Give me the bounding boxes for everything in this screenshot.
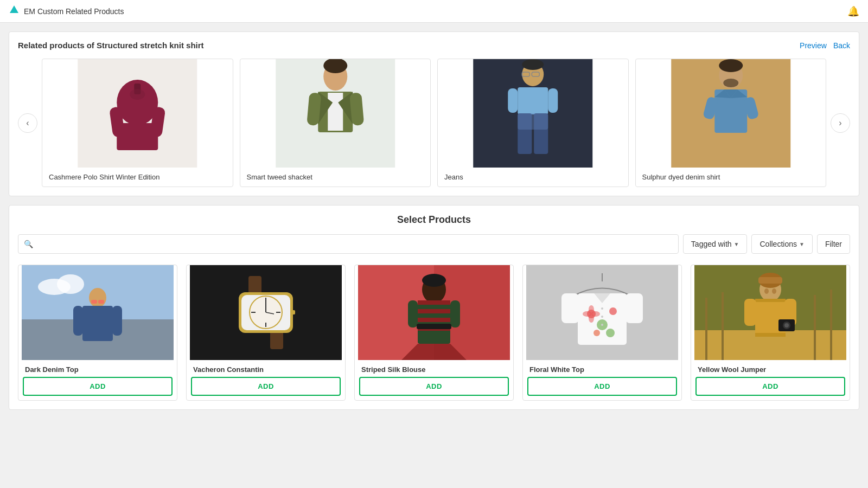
svg-point-19 (522, 59, 544, 70)
svg-rect-58 (276, 312, 280, 313)
svg-point-92 (601, 324, 603, 326)
svg-rect-57 (251, 312, 256, 313)
related-products-actions: Preview Back (800, 41, 850, 50)
svg-rect-66 (418, 300, 450, 305)
svg-rect-79 (626, 293, 643, 323)
notification-icon[interactable]: 🔔 (847, 5, 859, 17)
top-bar: EM Custom Related Products 🔔 (0, 0, 868, 23)
product-image (42, 59, 233, 168)
svg-rect-98 (814, 295, 816, 360)
app-title: EM Custom Related Products (24, 7, 124, 16)
product-card: Yellow Wool Jumper ADD (691, 265, 850, 401)
product-card: Dark Denim Top ADD (18, 265, 177, 401)
svg-point-85 (606, 329, 615, 337)
svg-rect-72 (417, 324, 451, 329)
product-image (18, 265, 177, 360)
collections-label: Collections (760, 240, 796, 248)
carousel-item-label: Cashmere Polo Shirt Winter Edition (42, 168, 233, 187)
product-card: Vacheron Constantin ADD (186, 265, 346, 401)
products-grid: Dark Denim Top ADD (18, 265, 850, 401)
related-products-title: Related products of Structured stretch k… (18, 41, 204, 50)
svg-rect-70 (408, 300, 418, 328)
svg-rect-61 (291, 310, 295, 314)
svg-marker-0 (10, 5, 18, 13)
select-products-title: Select Products (18, 214, 850, 226)
filter-button[interactable]: Filter (817, 234, 850, 254)
carousel-items: Cashmere Polo Shirt Winter Edition (37, 59, 831, 187)
add-button[interactable]: ADD (527, 377, 677, 396)
search-input[interactable] (37, 240, 673, 248)
svg-rect-96 (705, 298, 707, 360)
svg-rect-44 (82, 306, 113, 341)
related-products-card: Related products of Structured stretch k… (9, 31, 859, 196)
product-card: Floral White Top ADD (522, 265, 682, 401)
svg-rect-45 (73, 306, 83, 336)
svg-rect-102 (758, 277, 782, 284)
svg-point-43 (89, 288, 106, 307)
svg-point-111 (764, 288, 769, 294)
svg-rect-12 (328, 93, 343, 131)
svg-point-110 (784, 323, 789, 328)
svg-point-30 (719, 59, 743, 72)
product-image (636, 59, 826, 168)
add-button[interactable]: ADD (695, 377, 845, 396)
search-filter-row: 🔍 Tagged with ▼ Collections ▼ Filter (18, 234, 850, 254)
carousel-item: Cashmere Polo Shirt Winter Edition (42, 59, 233, 187)
preview-link[interactable]: Preview (800, 41, 827, 50)
svg-rect-68 (418, 318, 450, 322)
product-name: Striped Silk Blouse (355, 360, 513, 377)
back-link[interactable]: Back (833, 41, 850, 50)
product-name: Vacheron Constantin (187, 360, 345, 377)
svg-point-83 (609, 307, 617, 315)
svg-rect-50 (248, 276, 261, 295)
svg-rect-78 (561, 293, 579, 323)
svg-rect-23 (508, 88, 518, 113)
svg-point-112 (772, 288, 776, 294)
product-card: Striped Silk Blouse ADD (354, 265, 514, 401)
product-name: Dark Denim Top (18, 360, 177, 377)
tagged-with-label: Tagged with (691, 240, 732, 248)
collections-button[interactable]: Collections ▼ (751, 234, 812, 254)
svg-rect-71 (450, 300, 460, 328)
svg-rect-56 (265, 323, 266, 327)
product-name: Floral White Top (523, 360, 681, 377)
svg-point-7 (130, 89, 145, 100)
product-image (187, 265, 345, 360)
svg-rect-47 (91, 300, 97, 304)
search-icon: 🔍 (24, 240, 33, 248)
carousel-item-label: Jeans (438, 168, 628, 187)
product-image (240, 59, 431, 168)
svg-rect-24 (548, 88, 558, 113)
add-button[interactable]: ADD (359, 377, 509, 396)
svg-rect-27 (518, 113, 548, 130)
svg-rect-5 (117, 123, 158, 150)
carousel-item: Jeans (437, 59, 629, 187)
carousel-item-label: Smart tweed shacket (240, 168, 431, 187)
carousel-item: Sulphur dyed denim shirt (635, 59, 827, 187)
add-button[interactable]: ADD (23, 377, 173, 396)
main-content: Related products of Structured stretch k… (0, 23, 868, 419)
svg-rect-105 (755, 333, 786, 337)
svg-point-88 (583, 311, 591, 317)
svg-point-89 (591, 311, 600, 317)
tagged-with-button[interactable]: Tagged with ▼ (683, 234, 748, 254)
product-image (355, 265, 513, 360)
svg-rect-99 (830, 290, 832, 360)
carousel-prev-button[interactable]: ‹ (18, 113, 37, 133)
tagged-with-dropdown-icon: ▼ (734, 241, 739, 247)
collections-dropdown-icon: ▼ (799, 241, 805, 247)
svg-rect-67 (418, 309, 450, 313)
svg-rect-22 (518, 87, 548, 114)
filter-label: Filter (825, 240, 842, 248)
carousel-next-button[interactable]: › (831, 113, 850, 133)
svg-point-91 (601, 316, 603, 318)
svg-rect-51 (270, 330, 283, 349)
product-name: Yellow Wool Jumper (691, 360, 850, 377)
svg-point-31 (723, 79, 738, 87)
svg-rect-104 (755, 299, 786, 302)
svg-rect-55 (265, 298, 266, 302)
add-button[interactable]: ADD (191, 377, 341, 396)
carousel-item-label: Sulphur dyed denim shirt (636, 168, 826, 187)
svg-rect-97 (722, 292, 724, 360)
svg-rect-106 (744, 299, 756, 326)
